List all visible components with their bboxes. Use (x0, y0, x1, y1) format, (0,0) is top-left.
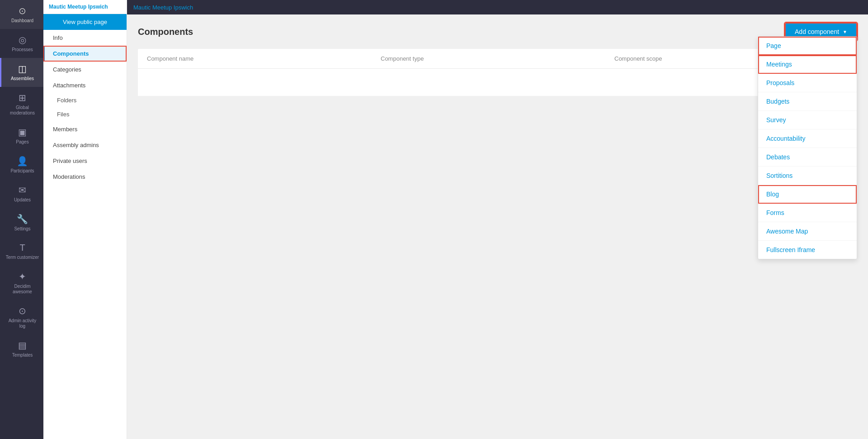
dropdown-item-meetings[interactable]: Meetings (758, 55, 857, 74)
sidebar-label-assemblies: Assemblies (11, 76, 34, 81)
add-component-dropdown: PageMeetingsProposalsBudgetsSurveyAccoun… (758, 36, 857, 259)
global-moderations-icon: ⊞ (19, 92, 26, 103)
participants-icon: 👤 (17, 156, 28, 167)
main-sidebar: ⊙ Dashboard◎ Processes◫ Assemblies⊞ Glob… (0, 0, 43, 439)
table-empty-row (138, 69, 857, 96)
dropdown-item-proposals[interactable]: Proposals (758, 74, 857, 92)
table-header: Component name Component type Component … (138, 49, 857, 69)
processes-icon: ◎ (19, 34, 26, 45)
content-area: Components Add component ▼ Component nam… (127, 14, 868, 439)
sidebar-item-assemblies[interactable]: ◫ Assemblies (0, 58, 43, 87)
assemblies-icon: ◫ (18, 63, 27, 74)
templates-icon: ▤ (18, 340, 27, 351)
sidebar-item-admin-activity-log[interactable]: ⊙ Admin activity log (0, 300, 43, 334)
top-bar: Mautic Meetup Ipswich (127, 0, 868, 14)
dashboard-icon: ⊙ (19, 5, 26, 16)
sub-nav-item-assembly-admins[interactable]: Assembly admins (43, 137, 127, 153)
sidebar-item-participants[interactable]: 👤 Participants (0, 150, 43, 179)
sub-nav-child-folders[interactable]: Folders (43, 93, 127, 107)
sidebar-item-pages[interactable]: ▣ Pages (0, 121, 43, 150)
column-component-name: Component name (147, 55, 381, 62)
dropdown-item-fullscreen-iframe[interactable]: Fullscreen Iframe (758, 241, 857, 259)
term-customizer-icon: T (19, 243, 25, 253)
sidebar-item-updates[interactable]: ✉ Updates (0, 179, 43, 208)
sidebar-label-decidim-awesome: Decidim awesome (5, 284, 40, 295)
sub-nav-item-moderations[interactable]: Moderations (43, 169, 127, 185)
settings-icon: 🔧 (17, 214, 28, 224)
dropdown-item-forms[interactable]: Forms (758, 204, 857, 222)
sub-nav-item-categories[interactable]: Categories (43, 62, 127, 77)
sidebar-label-settings: Settings (14, 226, 30, 232)
breadcrumb-title: Mautic Meetup Ipswich (133, 4, 193, 11)
sidebar-item-decidim-awesome[interactable]: ✦ Decidim awesome (0, 266, 43, 300)
sidebar-label-term-customizer: Term customizer (6, 255, 39, 260)
sidebar-label-dashboard: Dashboard (11, 18, 33, 24)
dropdown-item-awesome-map[interactable]: Awesome Map (758, 222, 857, 241)
sidebar-label-participants: Participants (10, 168, 34, 174)
sidebar-item-processes[interactable]: ◎ Processes (0, 29, 43, 58)
updates-icon: ✉ (19, 185, 26, 196)
chevron-down-icon: ▼ (843, 29, 847, 34)
dropdown-item-page[interactable]: Page (758, 37, 857, 55)
sidebar-label-pages: Pages (16, 139, 28, 145)
page-title: Components (138, 27, 193, 37)
pages-icon: ▣ (18, 127, 27, 138)
sidebar-label-processes: Processes (12, 47, 33, 52)
components-table: Component name Component type Component … (138, 49, 857, 96)
sub-nav-child-files[interactable]: Files (43, 107, 127, 121)
dropdown-item-accountability[interactable]: Accountability (758, 129, 857, 148)
sidebar-label-updates: Updates (14, 197, 31, 203)
sidebar-item-dashboard[interactable]: ⊙ Dashboard (0, 0, 43, 29)
view-public-page-button[interactable]: View public page (43, 14, 127, 30)
admin-activity-log-icon: ⊙ (19, 305, 26, 316)
sidebar-label-templates: Templates (12, 353, 33, 358)
sidebar-label-global-moderations: Global moderations (5, 105, 40, 116)
dropdown-item-debates[interactable]: Debates (758, 148, 857, 167)
sidebar-item-settings[interactable]: 🔧 Settings (0, 208, 43, 237)
sub-nav-item-private-users[interactable]: Private users (43, 153, 127, 169)
sub-nav-item-members[interactable]: Members (43, 121, 127, 137)
sub-sidebar: Mautic Meetup Ipswich View public page I… (43, 0, 127, 439)
dropdown-item-sortitions[interactable]: Sortitions (758, 167, 857, 185)
sidebar-item-templates[interactable]: ▤ Templates (0, 334, 43, 363)
sub-nav-item-info[interactable]: Info (43, 30, 127, 46)
dropdown-item-blog[interactable]: Blog (758, 185, 857, 204)
sidebar-label-admin-activity-log: Admin activity log (5, 318, 40, 329)
sidebar-item-global-moderations[interactable]: ⊞ Global moderations (0, 87, 43, 121)
dropdown-item-budgets[interactable]: Budgets (758, 92, 857, 111)
decidim-awesome-icon: ✦ (19, 271, 26, 282)
content-header: Components Add component ▼ (127, 14, 868, 49)
sidebar-item-term-customizer[interactable]: T Term customizer (0, 237, 43, 266)
app-title: Mautic Meetup Ipswich (43, 0, 127, 14)
column-component-type: Component type (381, 55, 614, 62)
sub-nav-item-components[interactable]: Components (43, 46, 127, 62)
main-content: Mautic Meetup Ipswich Components Add com… (127, 0, 868, 439)
sub-nav-item-attachments[interactable]: Attachments (43, 77, 127, 93)
dropdown-item-survey[interactable]: Survey (758, 111, 857, 129)
